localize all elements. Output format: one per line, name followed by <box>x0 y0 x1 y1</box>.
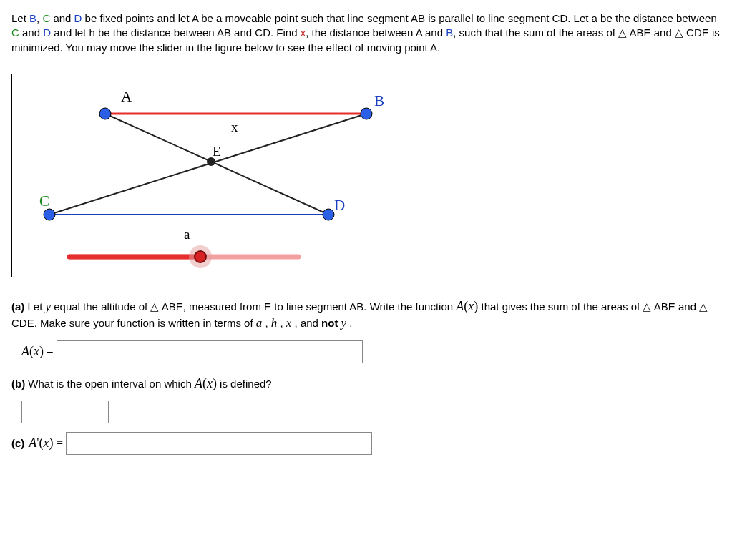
svg-text:B: B <box>374 92 384 109</box>
triangle-icon: △ <box>643 301 651 313</box>
label-Aofx: A(x) <box>21 344 44 359</box>
part-b-label: (b) <box>11 378 25 390</box>
triangle-icon: △ <box>618 27 627 39</box>
part-a: (a) Let y equal the altitude of △ ABE, m… <box>11 298 721 332</box>
part-c-label: (c) <box>11 437 24 449</box>
svg-text:A: A <box>121 88 132 105</box>
part-b-input[interactable] <box>21 401 109 423</box>
function-Aofx: A(x) <box>456 299 478 313</box>
svg-point-6 <box>44 209 55 220</box>
triangle-icon: △ <box>699 301 708 313</box>
part-c-input[interactable] <box>66 432 372 455</box>
geometry-figure[interactable]: A B C D E x a <box>11 74 394 277</box>
label-Aprimex: A'(x) <box>29 436 53 451</box>
part-c-answer-row: (c) A'(x) = <box>11 432 721 455</box>
svg-text:a: a <box>184 227 190 242</box>
triangle-icon: △ <box>150 301 159 313</box>
svg-point-7 <box>323 209 334 220</box>
var-y: y <box>46 300 52 313</box>
point-A: A <box>192 12 198 24</box>
point-D: D <box>74 12 82 24</box>
svg-text:E: E <box>213 144 221 159</box>
svg-text:D: D <box>334 197 345 214</box>
segment-CD: CD <box>552 12 568 24</box>
part-a-input[interactable] <box>57 340 363 363</box>
equals-sign: = <box>44 345 57 359</box>
svg-point-4 <box>99 108 111 119</box>
function-Aofx-b: A(x) <box>195 376 217 390</box>
point-C: C <box>42 12 50 24</box>
svg-line-3 <box>105 114 328 215</box>
var-h: h <box>89 26 94 39</box>
triangle-icon: △ <box>675 27 683 39</box>
part-a-label: (a) <box>11 300 24 313</box>
equals-sign: = <box>54 436 67 451</box>
svg-point-5 <box>361 108 372 119</box>
point-B: B <box>29 12 36 24</box>
problem-intro: Let B, C and D be fixed points and let A… <box>11 11 721 55</box>
svg-text:x: x <box>231 119 238 134</box>
part-b-answer-row <box>21 401 721 423</box>
part-b: (b) What is the open interval on which A… <box>11 375 721 392</box>
svg-point-19 <box>195 251 206 262</box>
part-a-answer-row: A(x) = <box>21 340 721 363</box>
segment-AB: AB <box>411 12 425 24</box>
var-a: a <box>592 12 597 24</box>
svg-text:C: C <box>39 192 49 210</box>
